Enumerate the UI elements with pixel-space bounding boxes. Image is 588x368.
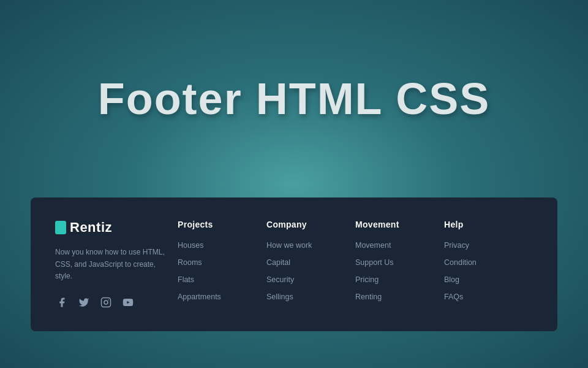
col-heading-1: Company [266,220,355,229]
svg-point-1 [104,301,108,304]
col-heading-0: Projects [178,220,266,229]
footer-columns: ProjectsHousesRoomsFlatsAppartmentsCompa… [178,220,533,309]
youtube-link[interactable] [121,296,135,309]
link-sellings[interactable]: Sellings [266,293,293,301]
list-item: Blog [444,274,533,285]
link-condition[interactable]: Condition [444,258,477,267]
link-movement[interactable]: Movement [355,241,391,250]
list-item: Privacy [444,239,533,250]
col-links-2: MovementSupport UsPricingRenting [355,239,444,302]
list-item: Renting [355,291,444,302]
col-heading-2: Movement [355,220,444,229]
col-heading-3: Help [444,220,533,229]
link-security[interactable]: Security [266,275,294,284]
footer-col-help: HelpPrivacyConditionBlogFAQs [444,220,533,309]
link-faqs[interactable]: FAQs [444,293,463,301]
link-privacy[interactable]: Privacy [444,241,469,250]
link-capital[interactable]: Capital [266,258,290,267]
facebook-link[interactable] [55,296,69,309]
link-pricing[interactable]: Pricing [355,275,379,284]
page-title: Footer HTML CSS [98,74,491,124]
brand-name: Rentiz [70,220,112,236]
list-item: How we work [266,239,355,250]
footer: Rentiz Now you know how to use HTML, CSS… [31,197,557,331]
list-item: Appartments [178,291,266,302]
link-rooms[interactable]: Rooms [178,258,202,267]
instagram-link[interactable] [99,296,113,309]
list-item: Rooms [178,256,266,267]
brand-logo: Rentiz [55,220,165,236]
list-item: Condition [444,256,533,267]
twitter-link[interactable] [77,296,91,309]
list-item: Pricing [355,274,444,285]
list-item: Movement [355,239,444,250]
list-item: Support Us [355,256,444,267]
list-item: Flats [178,274,266,285]
svg-rect-0 [102,298,111,307]
col-links-1: How we workCapitalSecuritySellings [266,239,355,302]
list-item: Houses [178,239,266,250]
link-how-we-work[interactable]: How we work [266,241,312,250]
list-item: FAQs [444,291,533,302]
list-item: Capital [266,256,355,267]
brand-section: Rentiz Now you know how to use HTML, CSS… [55,220,178,309]
social-links [55,296,165,309]
brand-icon [55,221,66,234]
col-links-0: HousesRoomsFlatsAppartments [178,239,266,302]
brand-description: Now you know how to use HTML, CSS, and J… [55,247,165,282]
link-blog[interactable]: Blog [444,275,459,284]
list-item: Sellings [266,291,355,302]
footer-col-movement: MovementMovementSupport UsPricingRenting [355,220,444,309]
link-flats[interactable]: Flats [178,275,194,284]
footer-col-company: CompanyHow we workCapitalSecuritySelling… [266,220,355,309]
list-item: Security [266,274,355,285]
footer-col-projects: ProjectsHousesRoomsFlatsAppartments [178,220,266,309]
col-links-3: PrivacyConditionBlogFAQs [444,239,533,302]
link-appartments[interactable]: Appartments [178,293,221,301]
link-renting[interactable]: Renting [355,293,382,301]
svg-point-2 [108,299,109,301]
link-support-us[interactable]: Support Us [355,258,394,267]
link-houses[interactable]: Houses [178,241,203,250]
